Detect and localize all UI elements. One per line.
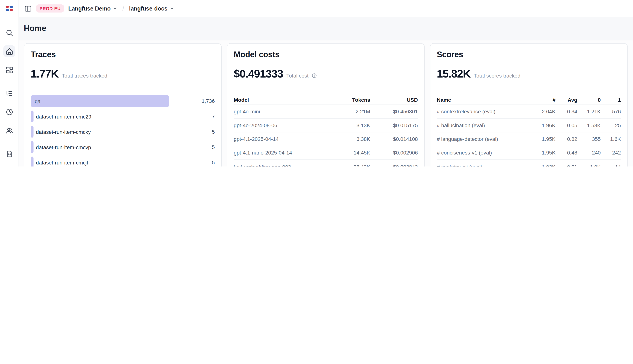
info-icon[interactable] [312,73,317,80]
scores-card: Scores 15.82K Total scores tracked Name … [430,43,628,166]
trace-name: qa [35,98,41,104]
traces-card-title: Traces [31,50,215,59]
sidebar-toggle-icon[interactable] [24,4,32,12]
trace-name: dataset-run-item-cmcky [36,129,91,135]
trace-count: 7 [190,113,215,120]
scores-table: Name # Avg 0 1 # contextrelevance (eval)… [437,95,621,166]
trace-bar [31,141,34,153]
home-icon[interactable] [3,45,15,58]
table-row[interactable]: # conciseness-v1 (eval)1.95K0.48240242 [437,146,621,160]
model-costs-card: Model costs $0.491333 Total cost Model T… [227,43,425,166]
column-header: Tokens [332,97,370,103]
chevron-down-icon [170,6,174,11]
table-row[interactable]: gpt-4o-mini2.21M$0.456301 [234,105,418,118]
langfuse-logo-icon[interactable] [5,4,14,12]
traces-list: qa 1,736 dataset-run-item-cmc29 7 datase… [31,95,215,166]
column-header: # [532,97,555,103]
model-costs-table: Model Tokens USD gpt-4o-mini2.21M$0.4563… [234,95,418,166]
app-root: FK PROD-EU Langfuse Demo / langfuse-docs… [0,0,633,166]
table-row[interactable]: text-embedding-ada-00228.43K$0.002843 [234,160,418,166]
traces-total-label: Total traces tracked [62,73,107,79]
project-name: langfuse-docs [129,5,167,12]
list-item[interactable]: dataset-run-item-cmcky 5 [31,126,215,138]
breadcrumb-divider: / [123,4,124,12]
list-item[interactable]: dataset-run-item-cmcjf 5 [31,156,215,166]
org-switcher[interactable]: Langfuse Demo [68,5,118,12]
topbar: PROD-EU Langfuse Demo / langfuse-docs [19,0,633,17]
trace-name: dataset-run-item-cmc29 [36,113,91,120]
dashboards-icon[interactable] [3,64,15,76]
sidebar-nav [3,26,15,166]
trace-bar [31,110,34,122]
trace-count: 5 [190,160,215,166]
column-header: 1 [601,97,621,103]
table-row[interactable]: # language-detector (eval)1.95K0.823551.… [437,132,621,146]
model-costs-title: Model costs [234,50,418,59]
env-badge: PROD-EU [36,4,64,12]
table-row[interactable]: gpt-4.1-nano-2025-04-1414.45K$0.002906 [234,146,418,160]
model-costs-total-label: Total cost [286,73,309,79]
traces-card: Traces 1.77K Total traces tracked qa 1,7… [24,43,222,166]
org-name: Langfuse Demo [68,5,111,12]
page-header: Home [19,17,633,40]
trace-count: 5 [190,144,215,150]
trace-bar [31,156,34,166]
main-area: PROD-EU Langfuse Demo / langfuse-docs Ho… [19,0,633,166]
trace-count: 5 [190,129,215,135]
scores-title: Scores [437,50,621,59]
playground-icon[interactable] [3,166,15,166]
column-header: Avg [555,97,577,103]
trace-name: dataset-run-item-cmcvp [36,144,91,150]
scores-total: 15.82K [437,68,470,80]
table-row[interactable]: gpt-4o-2024-08-063.13K$0.015175 [234,119,418,132]
content: Traces 1.77K Total traces tracked qa 1,7… [19,40,633,166]
table-row[interactable]: # contextrelevance (eval)2.04K0.341.21K5… [437,105,621,118]
sessions-icon[interactable] [3,106,15,118]
trace-name: dataset-run-item-cmcjf [36,160,88,166]
column-header: Name [437,97,532,103]
column-header: USD [370,97,418,103]
column-header: 0 [577,97,601,103]
column-header: Model [234,97,332,103]
list-item[interactable]: qa 1,736 [31,95,215,107]
chevron-down-icon [113,6,118,11]
traces-total: 1.77K [31,68,59,80]
trace-count: 1,736 [190,98,215,104]
tracing-icon[interactable] [3,87,15,99]
scores-total-label: Total scores tracked [474,73,520,79]
model-costs-total: $0.491333 [234,68,283,80]
trace-bar [31,126,34,138]
users-icon[interactable] [3,124,15,136]
trace-bar [31,95,169,107]
table-row[interactable]: # hallucination (eval)1.96K0.051.58K25 [437,119,621,132]
list-item[interactable]: dataset-run-item-cmcvp 5 [31,141,215,153]
sidebar: FK [0,0,19,166]
prompts-icon[interactable] [3,148,15,160]
list-item[interactable]: dataset-run-item-cmc29 7 [31,110,215,122]
page-title: Home [24,24,46,33]
search-icon[interactable] [3,26,15,39]
project-switcher[interactable]: langfuse-docs [129,5,174,12]
table-row[interactable]: gpt-4.1-2025-04-143.38K$0.014108 [234,132,418,146]
table-row[interactable]: # contains-pii (eval)1.92K0.011.9K14 [437,160,621,166]
